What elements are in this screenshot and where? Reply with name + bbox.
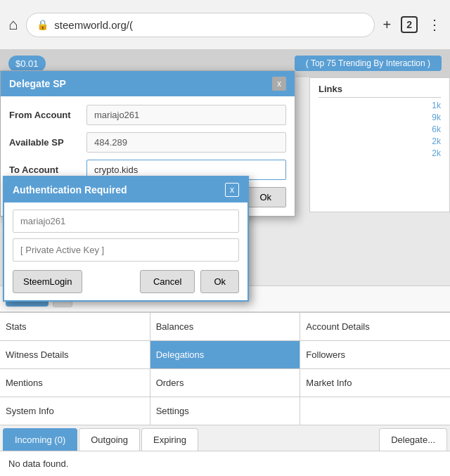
auth-buttons: SteemLogin Cancel Ok (13, 270, 239, 293)
list-item: 6k (319, 124, 441, 134)
links-box: Links 1k 9k 6k 2k 2k (309, 77, 450, 212)
available-sp-label: Available SP (9, 137, 79, 148)
auth-modal-body: SteemLogin Cancel Ok (4, 202, 248, 300)
nav-row-1: Stats Balances Account Details (0, 312, 450, 340)
tab-delegate[interactable]: Delegate... (379, 428, 447, 451)
links-header: Links (319, 84, 441, 98)
delegate-modal-title: Delegate SP (9, 78, 66, 89)
nav-row-4: System Info Settings (0, 397, 450, 425)
auth-ok-button[interactable]: Ok (200, 270, 239, 293)
list-item: 1k (319, 101, 441, 110)
trending-label: ( Top 75 Trending By Interaction ) (295, 56, 442, 71)
list-item: 9k (319, 112, 441, 122)
nav-balances[interactable]: Balances (150, 313, 301, 340)
bottom-nav: STEEM ... Stats Balances Account Details… (0, 285, 450, 476)
nav-delegations[interactable]: Delegations (150, 341, 301, 368)
nav-empty (300, 397, 450, 425)
url-text: steemworld.org/( (54, 19, 133, 31)
delegate-modal-header: Delegate SP x (1, 71, 295, 96)
no-data-message: No data found. (0, 451, 450, 476)
nav-witness-details[interactable]: Witness Details (0, 341, 150, 368)
home-icon[interactable]: ⌂ (8, 15, 18, 34)
auth-modal-title: Authentication Required (13, 184, 127, 195)
price-badge: $0.01 (8, 56, 46, 72)
url-bar[interactable]: 🔒 steemworld.org/( (26, 13, 374, 37)
delegate-modal-close[interactable]: x (272, 77, 286, 91)
list-item: 2k (319, 148, 441, 158)
nav-orders[interactable]: Orders (150, 369, 301, 397)
browser-actions: + 2 ⋮ (383, 16, 442, 33)
nav-mentions[interactable]: Mentions (0, 369, 150, 397)
steamlogin-button[interactable]: SteemLogin (13, 270, 82, 293)
tab-bar: Incoming (0) Outgoing Expiring Delegate.… (0, 425, 450, 451)
nav-market-info[interactable]: Market Info (300, 369, 450, 397)
menu-icon[interactable]: ⋮ (428, 16, 442, 33)
auth-key-input[interactable] (13, 238, 239, 262)
nav-row-3: Mentions Orders Market Info (0, 368, 450, 397)
auth-cancel-button[interactable]: Cancel (140, 270, 195, 293)
nav-stats[interactable]: Stats (0, 313, 150, 340)
auth-modal-close[interactable]: x (225, 183, 239, 197)
available-sp-row: Available SP 484.289 (9, 132, 286, 153)
from-account-label: From Account (9, 110, 79, 120)
delegate-ok-button[interactable]: Ok (245, 187, 286, 207)
auth-username-input[interactable] (13, 210, 239, 233)
add-tab-icon[interactable]: + (383, 17, 392, 33)
to-account-label: To Account (9, 165, 79, 175)
nav-system-info[interactable]: System Info (0, 397, 150, 425)
tab-incoming[interactable]: Incoming (0) (3, 428, 77, 451)
from-account-input[interactable] (86, 105, 286, 125)
auth-modal: Authentication Required x SteemLogin Can… (3, 176, 249, 302)
browser-bar: ⌂ 🔒 steemworld.org/( + 2 ⋮ (0, 0, 450, 49)
nav-account-details[interactable]: Account Details (300, 313, 450, 340)
list-item: 2k (319, 136, 441, 146)
nav-row-2: Witness Details Delegations Followers (0, 340, 450, 368)
tab-outgoing[interactable]: Outgoing (79, 428, 140, 451)
from-account-row: From Account (9, 105, 286, 125)
lock-icon: 🔒 (37, 19, 49, 30)
tab-count[interactable]: 2 (401, 16, 418, 33)
nav-followers[interactable]: Followers (300, 341, 450, 368)
tab-expiring[interactable]: Expiring (141, 428, 198, 451)
nav-settings[interactable]: Settings (150, 397, 301, 425)
available-sp-value: 484.289 (86, 132, 286, 153)
auth-modal-header: Authentication Required x (4, 177, 248, 202)
main-content: $0.01 ( Top 75 Trending By Interaction )… (0, 49, 450, 476)
